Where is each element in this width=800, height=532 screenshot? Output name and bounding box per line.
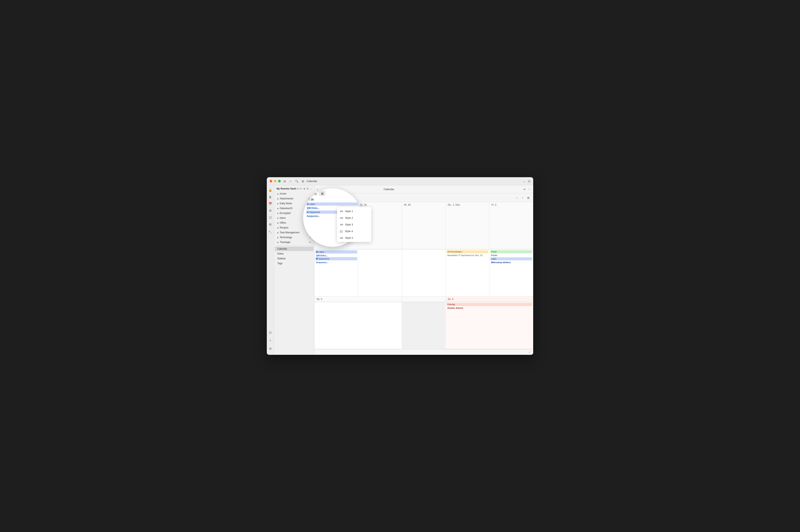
day-cell-di29[interactable] (358, 249, 402, 297)
vault-count: 331 (296, 188, 300, 190)
day-cell-mo28[interactable]: Labor QM-Doku... Sequenzer Sequenze... (315, 249, 358, 297)
back-button[interactable]: ‹ (317, 188, 318, 191)
event-mikroskop[interactable]: Mikroskop köhlern (490, 261, 532, 264)
style-5-item[interactable]: ≡≡ Style 5 (337, 234, 372, 241)
day-cell-so4[interactable]: Feiertag Zweiter Advent (445, 302, 533, 349)
titlebar-right: ⌄ ⊡ (523, 179, 530, 183)
event-dv-koordination[interactable]: DV-Koordination (446, 250, 489, 253)
sidebar-item-dataviewjs[interactable]: ▶ DataviewJS (275, 206, 313, 210)
sidebar-item-label: Technology (280, 236, 292, 239)
event-labor-label[interactable]: Labor (490, 257, 532, 260)
close-button[interactable] (270, 180, 272, 183)
sidebar-item-archiv[interactable]: ▶ Archiv (275, 192, 313, 196)
minimize-button[interactable] (274, 180, 277, 183)
new-folder-icon[interactable]: ⊕ (303, 187, 305, 190)
item-count: 12 (309, 231, 311, 234)
sidebar-item-theologie[interactable]: ▶ Theologie 44 (275, 240, 313, 244)
chevron-down-icon[interactable]: ⌄ (523, 179, 526, 183)
split-view-icon[interactable]: ⊡ (528, 179, 530, 183)
prev-week-button[interactable]: ‹ (515, 195, 519, 200)
sidebar-item-label: Recipes (280, 226, 288, 229)
day-cell-fr2[interactable]: Privat Frisör Labor Mikroskop köhlern (490, 249, 533, 297)
search-icon[interactable]: 🔍 (295, 179, 299, 183)
sidebar-item-inbox[interactable]: ▶ Inbox (275, 216, 313, 220)
chevron-icon[interactable]: ⌄ (310, 187, 312, 190)
icon-bar-bottom: ⊡ ? ⚙ (268, 330, 273, 355)
day-cell-sa3[interactable] (315, 302, 402, 349)
star-icon[interactable]: ☆ (289, 179, 292, 183)
trash-icon[interactable]: 🗑 (268, 194, 273, 200)
sidebar-item-notes[interactable]: Notes (275, 251, 313, 256)
event-newsletter[interactable]: Newsletter IT-Sachstand im Dez. 52 (446, 254, 489, 257)
style-3-icon: ≡≡ (340, 223, 343, 226)
sidebar-item-sidebar[interactable]: Sidebar (275, 256, 313, 261)
next-week-button[interactable]: › (520, 195, 525, 200)
publish-icon[interactable]: ⊡ (268, 330, 273, 336)
sidebar-item-task-management[interactable]: ▶ Task Management 12 (275, 230, 313, 235)
event-sequenzer2[interactable]: Sequenze... (315, 261, 357, 264)
folder-icon[interactable]: ⊟ (284, 179, 286, 183)
day-header-so4: So. 4. (445, 297, 533, 302)
sidebar-item-daily-notes[interactable]: ▶ Daily Notes (275, 201, 313, 206)
titlebar: ⊟ ☆ 🔍 ⊞ Calendar ⌄ ⊡ (267, 177, 533, 185)
more-icon[interactable]: ⋯ (528, 188, 531, 191)
help-icon[interactable]: ? (268, 338, 273, 343)
sidebar-header-icons: ✏ ⊕ ⇅ ⌄ (300, 187, 312, 190)
maximize-button[interactable] (278, 180, 281, 183)
sidebar-item-recipes[interactable]: ▶ Recipes 64 (275, 225, 313, 230)
event-sequenzer1[interactable]: Sequenzer (315, 257, 357, 260)
status-bar: ✓ (315, 349, 533, 355)
week-view-button[interactable]: ▦ (331, 195, 338, 201)
arrow-icon: ▶ (277, 241, 279, 243)
style-2-icon: ≡≡ (340, 216, 343, 220)
event-privat-label[interactable]: Privat (490, 250, 532, 253)
sidebar-item-label: Encrypted (280, 212, 291, 214)
sidebar-toggle-icon[interactable]: ⊞ (302, 179, 304, 183)
edit-icon[interactable]: ✏ (300, 187, 302, 190)
sidebar-item-technology[interactable]: ▶ Technology 9 (275, 235, 313, 240)
sidebar-header: My Remote Vault 331 ✏ ⊕ ⇅ ⌄ (274, 185, 314, 191)
style-2-item[interactable]: ≡≡ Style 2 (337, 214, 372, 221)
day-cell-empty (402, 302, 446, 349)
event-qmdoku[interactable]: QM-Doku... (315, 254, 357, 257)
gear-icon[interactable]: ⚙ (268, 346, 273, 352)
day-view-button[interactable]: ▦ (324, 195, 330, 201)
event-feiertag[interactable]: Feiertag (446, 303, 532, 306)
event-labor[interactable]: Labor (315, 250, 357, 253)
calendar-icon[interactable]: 📅 (268, 201, 273, 207)
arrow-icon: ▶ (277, 193, 279, 195)
edit-icon[interactable]: ✏ (523, 188, 526, 191)
day-cell-do1dez[interactable]: DV-Koordination Newsletter IT-Sachstand … (445, 249, 490, 297)
sidebar-item-office[interactable]: ▶ Office (275, 221, 313, 225)
settings-icon[interactable]: ⚙ (268, 208, 273, 213)
grid-view-button[interactable]: ⊞ (526, 195, 531, 200)
style-dropdown[interactable]: ≡≡ Style 1 ≡≡ Style 2 ≡≡ Style 3 ||| Sty… (337, 207, 372, 242)
sidebar-item-label: Archiv (280, 192, 286, 195)
week-row-content: Labor QM-Doku... Sequenzer Sequenze... (315, 249, 533, 297)
day-header-do1: Do., 1. Dez. (445, 202, 490, 249)
checklist-icon[interactable]: ☑ (268, 215, 273, 221)
style-4-icon: ||| (340, 229, 343, 233)
style-4-item[interactable]: ||| Style 4 (337, 228, 372, 234)
sidebar-item-label: Inbox (280, 216, 286, 220)
terminal-icon[interactable]: >_ (268, 228, 273, 234)
style-1-item[interactable]: ≡≡ Style 1 (337, 208, 372, 214)
sidebar-item-tags[interactable]: Tags (275, 261, 313, 266)
header-actions: ✏ ⋯ (523, 188, 531, 191)
day-cell-mi30[interactable] (402, 249, 446, 297)
filter-button[interactable]: ⊟ (317, 195, 323, 201)
arrow-icon: ▶ (277, 203, 279, 205)
arrow-icon: ▶ (277, 227, 279, 229)
calendar-navigation: ‹ › ⊞ (515, 195, 531, 200)
event-zweiter-advent[interactable]: Zweiter Advent (446, 306, 532, 309)
sidebar-item-label: Daily Notes (280, 202, 292, 205)
tag-icon[interactable]: ⊞ (268, 222, 273, 227)
item-count: 44 (309, 241, 311, 243)
sidebar-item-calendar[interactable]: Calendar (275, 247, 313, 251)
lock-icon[interactable]: 🔒 (268, 187, 273, 193)
event-frisor[interactable]: Frisör (490, 254, 532, 257)
sidebar-item-encrypted[interactable]: ▶ Encrypted (275, 211, 313, 215)
sidebar-item-attachments[interactable]: ▶ Attachments 144 (275, 196, 313, 201)
style-3-item[interactable]: ≡≡ Style 3 (337, 221, 372, 228)
sort-icon[interactable]: ⇅ (307, 187, 309, 190)
